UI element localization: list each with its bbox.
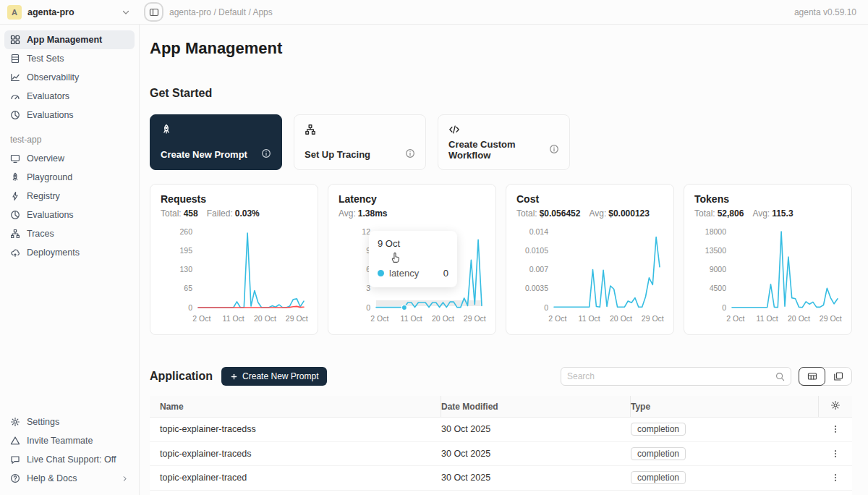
type-badge: completion	[631, 423, 686, 436]
search-box	[561, 367, 791, 386]
sidebar-item-traces[interactable]: Traces	[4, 224, 135, 243]
sidebar-item-evaluations[interactable]: Evaluations	[4, 206, 135, 224]
sidebar-item-test-sets[interactable]: Test Sets	[4, 49, 135, 68]
column-header-date-modified[interactable]: Date Modified	[441, 396, 631, 417]
stat-cards-row: Requests Total:458Failed:0.03% 260195130…	[150, 184, 852, 335]
create-new-prompt-button[interactable]: Create New Prompt	[221, 367, 327, 386]
sidebar-item-settings[interactable]: Settings	[4, 412, 135, 431]
plus-icon	[230, 373, 238, 381]
svg-text:260: 260	[179, 227, 192, 236]
sidebar-section-label: test-app	[10, 135, 135, 145]
stat-card-stats: Total:458Failed:0.03%	[161, 208, 307, 219]
sidebar-item-app-management[interactable]: App Management	[4, 30, 135, 49]
svg-text:2 Oct: 2 Oct	[548, 314, 566, 323]
sidebar-item-live-chat-support-off[interactable]: Live Chat Support: Off	[4, 450, 135, 469]
help-icon	[10, 473, 20, 483]
row-menu-button[interactable]	[830, 424, 841, 434]
stat-card-stats: Total:$0.056452Avg:$0.000123	[516, 208, 663, 219]
sidebar-item-registry[interactable]: Registry	[4, 187, 135, 206]
stat-card-stats: Total:52,806Avg:115.3	[694, 208, 841, 219]
svg-text:20 Oct: 20 Oct	[254, 314, 276, 323]
app-date-modified: 30 Oct 2025	[441, 473, 631, 483]
sidebar-item-help-docs[interactable]: Help & Docs	[4, 469, 135, 488]
sidebar-item-label: Evaluators	[27, 91, 69, 101]
svg-text:29 Oct: 29 Oct	[286, 314, 308, 323]
row-menu-button[interactable]	[830, 449, 841, 459]
svg-text:29 Oct: 29 Oct	[464, 314, 486, 323]
get-started-title: Get Started	[150, 87, 852, 100]
dots-icon	[830, 473, 841, 483]
card-view-icon	[833, 371, 843, 381]
gear-icon	[830, 400, 841, 410]
page-title: App Management	[150, 39, 852, 58]
sidebar-item-invite-teammate[interactable]: Invite Teammate	[4, 431, 135, 450]
sidebar-item-label: Overview	[27, 153, 64, 164]
sidebar-item-deployments[interactable]: Deployments	[4, 243, 135, 262]
monitor-icon	[10, 153, 20, 164]
svg-text:13500: 13500	[705, 246, 726, 255]
requests-chart: 2601951306502 Oct11 Oct20 Oct29 Oct	[161, 223, 309, 324]
sidebar-item-evaluators[interactable]: Evaluators	[4, 87, 135, 106]
stat-total: Total:$0.056452	[516, 208, 580, 219]
stat-total: Total:458	[161, 208, 198, 219]
workspace-selector[interactable]: A agenta-pro	[0, 5, 140, 20]
breadcrumb[interactable]: agenta-pro / Default / Apps	[169, 7, 794, 17]
app-date-modified: 30 Oct 2025	[441, 424, 631, 434]
sidebar-item-overview[interactable]: Overview	[4, 149, 135, 168]
column-header-type[interactable]: Type	[631, 396, 819, 417]
column-header-name[interactable]: Name	[150, 396, 441, 417]
evals-icon	[10, 110, 20, 120]
svg-text:130: 130	[179, 265, 192, 274]
table-row[interactable]: topic-explainer-traceds 30 Oct 2025 comp…	[150, 442, 852, 467]
svg-text:29 Oct: 29 Oct	[820, 314, 842, 323]
svg-text:11 Oct: 11 Oct	[223, 314, 244, 323]
row-menu-button[interactable]	[830, 473, 841, 483]
stat-card-title: Cost	[516, 193, 663, 205]
chevright-icon	[121, 475, 129, 483]
column-header-settings[interactable]	[819, 396, 852, 417]
table-row[interactable]: topic-explainer-traced 30 Oct 2025 compl…	[150, 466, 852, 491]
grid-icon	[10, 35, 20, 45]
sidebar-item-evaluations[interactable]: Evaluations	[4, 106, 135, 124]
dots-icon	[830, 449, 841, 459]
start-card-create-custom-workflow[interactable]: Create Custom Workflow	[438, 114, 570, 170]
table-row[interactable]: career-assessment 27 Oct 2025 completion	[150, 491, 852, 495]
sidebar-item-label: Evaluations	[27, 110, 74, 120]
search-input[interactable]	[567, 371, 775, 381]
apps-table-body: topic-explainer-tracedss 30 Oct 2025 com…	[150, 418, 852, 495]
cloud-icon	[10, 248, 20, 258]
svg-text:0.0105: 0.0105	[525, 246, 548, 255]
gear-icon	[10, 417, 20, 427]
start-card-set-up-tracing[interactable]: Set Up Tracing	[294, 114, 426, 170]
sidebar-item-label: Settings	[27, 417, 59, 427]
sidebar-item-label: Registry	[27, 191, 60, 201]
svg-text:0.014: 0.014	[529, 227, 548, 236]
start-card-create-new-prompt[interactable]: Create New Prompt	[150, 114, 282, 170]
mouse-cursor-icon	[389, 251, 401, 263]
sidebar-item-observability[interactable]: Observability	[4, 68, 135, 87]
svg-text:11 Oct: 11 Oct	[401, 314, 422, 323]
stat-card-title: Latency	[339, 193, 485, 205]
sidebar-nav-app: OverviewPlaygroundRegistryEvaluationsTra…	[4, 149, 135, 262]
main-content: App Management Get Started Create New Pr…	[140, 25, 868, 495]
table-view-button[interactable]	[799, 367, 825, 386]
info-icon	[261, 148, 271, 158]
evals-icon	[10, 210, 20, 220]
sidebar-collapse-button[interactable]	[144, 2, 163, 22]
svg-text:18000: 18000	[705, 227, 726, 236]
svg-text:20 Oct: 20 Oct	[432, 314, 454, 323]
card-view-button[interactable]	[825, 368, 851, 385]
sidebar-item-playground[interactable]: Playground	[4, 168, 135, 187]
app-name: topic-explainer-traceds	[150, 449, 441, 459]
rows-icon	[10, 54, 20, 64]
workspace-name: agenta-pro	[27, 7, 115, 17]
search-icon[interactable]	[775, 372, 785, 381]
sidebar-item-label: Live Chat Support: Off	[27, 454, 116, 465]
gauge-icon	[10, 91, 20, 101]
svg-text:0.0035: 0.0035	[525, 284, 548, 292]
chart-tooltip: 9 Oct latency0	[369, 231, 457, 287]
get-started-cards: Create New Prompt Set Up Tracing Create …	[150, 114, 852, 170]
chat-icon	[10, 454, 20, 465]
table-row[interactable]: topic-explainer-tracedss 30 Oct 2025 com…	[150, 418, 852, 442]
code-icon	[448, 124, 460, 135]
